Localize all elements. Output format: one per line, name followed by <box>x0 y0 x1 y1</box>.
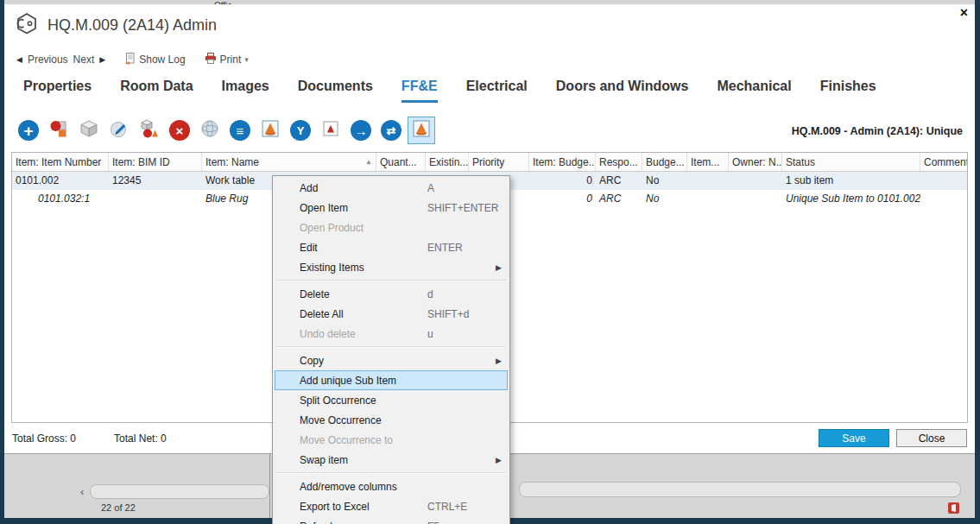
column-header-existing[interactable]: Existin... <box>426 153 469 171</box>
menu-item-shortcut: d <box>427 288 433 300</box>
menu-item-shortcut: SHIFT+d <box>427 308 469 320</box>
horizontal-scrollbar[interactable] <box>519 482 961 497</box>
toolbar-add-product-button[interactable] <box>45 117 73 144</box>
tab-doors-and-windows[interactable]: Doors and Windows <box>556 79 689 103</box>
app-logo-icon <box>16 12 38 38</box>
menu-item-delete-all[interactable]: Delete All SHIFT+d <box>275 304 508 324</box>
submenu-arrow-icon: ▶ <box>496 456 502 464</box>
menu-item-refresh[interactable]: Refresh F5 <box>275 516 508 524</box>
menu-item-add-unique-sub-item[interactable]: Add unique Sub Item <box>275 370 508 390</box>
toolbar-delete-button[interactable]: × <box>166 117 193 144</box>
screen: Offic HQ.M.009 (2A14) Admin × ◀ Previous… <box>0 0 980 524</box>
toolbar-occurrence-button[interactable] <box>256 117 284 144</box>
toolbar-package-button[interactable] <box>75 117 103 144</box>
tab-ffe[interactable]: FF&E <box>401 79 438 103</box>
column-header-quantity[interactable]: Quant... <box>376 153 426 171</box>
toolbar-unique-sub-item-button[interactable] <box>408 117 435 144</box>
menu-item-edit[interactable]: Edit ENTER <box>275 237 508 257</box>
tab-mechanical[interactable]: Mechanical <box>717 79 791 103</box>
tab-finishes[interactable]: Finishes <box>820 79 876 103</box>
unique-sub-item-icon <box>411 118 432 142</box>
print-label: Print <box>220 54 242 66</box>
record-count-label: 22 of 22 <box>101 502 136 513</box>
column-header-item[interactable]: Item... <box>687 153 729 171</box>
menu-separator <box>276 280 506 281</box>
door-icon[interactable] <box>947 502 960 518</box>
menu-item-label: Swap item <box>300 454 427 466</box>
package-icon <box>79 118 99 142</box>
toolbar-move-button[interactable]: → <box>347 117 375 144</box>
scroll-left-arrow-icon[interactable]: ‹ <box>80 485 84 498</box>
previous-button[interactable]: Previous <box>28 54 68 66</box>
menu-item-copy[interactable]: Copy ▶ <box>275 350 508 370</box>
horizontal-scrollbar[interactable] <box>90 484 269 499</box>
close-button[interactable]: Close <box>896 429 967 447</box>
menu-item-delete[interactable]: Delete d <box>275 284 508 304</box>
menu-item-label: Refresh <box>300 521 427 524</box>
menu-item-move-occurrence-to: Move Occurrence to <box>275 430 508 450</box>
tab-images[interactable]: Images <box>222 79 269 103</box>
column-header-responsible[interactable]: Respo... <box>596 153 642 171</box>
edit-pencil-icon <box>109 118 130 142</box>
cell-item <box>687 172 729 190</box>
move-right-icon: → <box>351 120 371 141</box>
toolbar-item-box-button[interactable] <box>317 117 345 144</box>
close-icon[interactable]: × <box>960 6 968 20</box>
tab-properties[interactable]: Properties <box>23 79 92 103</box>
toolbar-split-button[interactable]: Y <box>287 117 314 144</box>
menu-item-undo-delete: Undo delete u <box>275 324 508 344</box>
save-button[interactable]: Save <box>819 429 889 447</box>
show-log-button[interactable]: Show Log <box>124 53 185 67</box>
next-button[interactable]: Next <box>73 54 95 66</box>
tab-electrical[interactable]: Electrical <box>466 79 528 103</box>
cell-item-number: 0101.032:1 <box>12 190 109 208</box>
column-header-bim-id[interactable]: Item: BIM ID <box>109 153 202 171</box>
column-header-item-number[interactable]: Item: Item Number <box>12 153 109 171</box>
copy-package-icon <box>139 118 160 142</box>
toolbar-edit-button[interactable] <box>105 117 133 144</box>
print-button[interactable]: Print ▾ <box>205 53 249 66</box>
column-header-status[interactable]: Status <box>782 153 920 171</box>
column-header-owner[interactable]: Owner: N... <box>729 153 782 171</box>
delete-icon: × <box>169 120 190 141</box>
toolbar-swap-button[interactable]: ⇄ <box>377 117 405 144</box>
menu-item-split-occurrence[interactable]: Split Occurrence <box>275 390 508 410</box>
menu-item-shortcut: u <box>427 328 433 340</box>
add-product-icon <box>48 118 69 142</box>
cell-budget: 0 <box>529 190 596 208</box>
toolbar-add-button[interactable]: + <box>15 117 42 144</box>
column-header-budget[interactable]: Item: Budge... <box>529 153 596 171</box>
column-header-label: Item: Name <box>205 156 259 168</box>
column-header-budget2[interactable]: Budge... <box>642 153 687 171</box>
menu-item-add-remove-columns[interactable]: Add/remove columns <box>275 477 508 496</box>
menu-separator <box>276 472 506 474</box>
menu-item-label: Open Item <box>300 202 427 214</box>
cell-owner <box>729 190 782 208</box>
total-gross-label: Total Gross: 0 <box>12 432 76 445</box>
next-arrow-icon[interactable]: ▶ <box>99 55 105 64</box>
tab-bar: Properties Room Data Images Documents FF… <box>23 79 876 103</box>
split-y-icon: Y <box>290 120 311 141</box>
menu-item-add[interactable]: Add A <box>275 178 508 198</box>
titlebar: HQ.M.009 (2A14) Admin × <box>4 4 975 47</box>
column-header-priority[interactable]: Priority <box>469 153 529 171</box>
menu-item-label: Move Occurrence to <box>300 434 427 446</box>
tab-documents[interactable]: Documents <box>298 79 373 103</box>
previous-arrow-icon[interactable]: ◀ <box>16 55 22 64</box>
menu-item-existing-items[interactable]: Existing Items ▶ <box>275 257 508 277</box>
menu-item-move-occurrence[interactable]: Move Occurrence <box>275 410 508 430</box>
toolbar-list-button[interactable]: ≡ <box>226 117 254 144</box>
toolbar-sphere-button[interactable] <box>196 117 224 144</box>
menu-item-label: Move Occurrence <box>300 414 427 426</box>
cell-bim-id <box>109 190 202 208</box>
column-header-comment[interactable]: Comment <box>920 153 967 171</box>
menu-item-export-to-excel[interactable]: Export to Excel CTRL+E <box>275 496 508 516</box>
toolbar-copy-package-button[interactable] <box>136 117 163 144</box>
tab-room-data[interactable]: Room Data <box>120 79 193 103</box>
column-header-item-name[interactable]: Item: Name ▲ <box>202 153 376 171</box>
menu-item-shortcut: CTRL+E <box>427 501 467 513</box>
menu-item-open-item[interactable]: Open Item SHIFT+ENTER <box>275 198 508 218</box>
menu-item-label: Split Occurrence <box>300 395 427 407</box>
panel-divider <box>269 454 270 518</box>
menu-item-swap-item[interactable]: Swap item ▶ <box>275 450 508 470</box>
